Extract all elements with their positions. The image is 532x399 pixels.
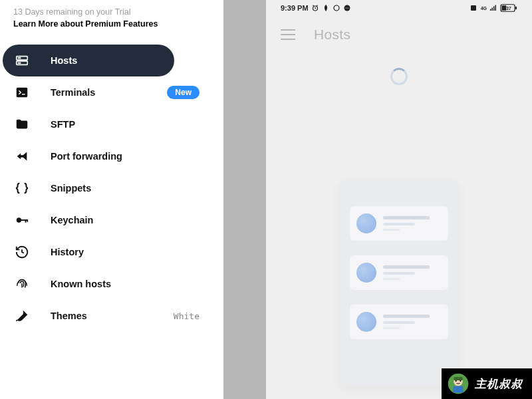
svg-rect-9 <box>25 219 27 223</box>
svg-point-14 <box>345 7 346 8</box>
themes-current-value: White <box>174 311 200 321</box>
sidebar-item-label: Hosts <box>51 55 162 66</box>
svg-point-3 <box>20 58 21 59</box>
menu-icon[interactable] <box>281 29 295 40</box>
panel-divider <box>223 0 266 399</box>
svg-rect-23 <box>515 7 517 10</box>
loading-area <box>266 53 532 100</box>
braces-icon <box>15 181 29 196</box>
sidebar-item-sftp[interactable]: SFTP <box>3 108 174 140</box>
sidebar-item-label: Port forwarding <box>51 151 162 162</box>
svg-rect-20 <box>493 7 495 11</box>
svg-text:37: 37 <box>506 6 511 11</box>
sim-icon <box>470 4 478 12</box>
svg-rect-17 <box>471 5 476 11</box>
battery-icon: 37 <box>500 4 517 12</box>
sidebar-item-keychain[interactable]: Keychain <box>3 204 174 236</box>
svg-rect-10 <box>27 219 28 222</box>
svg-rect-21 <box>495 5 497 11</box>
forward-icon <box>15 149 29 164</box>
hosts-icon <box>15 53 29 68</box>
svg-point-4 <box>19 63 19 63</box>
sidebar-item-label: Themes <box>51 311 174 321</box>
folder-icon <box>15 117 29 132</box>
trial-days-remaining: 13 Days remaining on your Trial <box>13 7 223 19</box>
chat-icon <box>343 4 351 12</box>
svg-point-2 <box>19 58 19 59</box>
sidebar-item-label: Known hosts <box>51 279 162 289</box>
sidebar-item-snippets[interactable]: Snippets <box>3 172 174 204</box>
sidebar-panel: 13 Days remaining on your Trial Learn Mo… <box>0 0 223 399</box>
sidebar-item-label: Terminals <box>51 87 167 98</box>
svg-point-31 <box>460 380 461 382</box>
empty-state-illustration <box>339 180 459 386</box>
status-time: 9:39 PM <box>281 4 309 12</box>
svg-rect-18 <box>490 9 491 11</box>
leaf-icon <box>322 4 330 12</box>
terminal-icon <box>15 85 29 100</box>
sidebar-item-label: SFTP <box>51 119 162 130</box>
trial-banner[interactable]: 13 Days remaining on your Trial Learn Mo… <box>0 0 223 42</box>
alarm-icon <box>311 4 319 12</box>
brush-icon <box>15 309 29 323</box>
svg-point-15 <box>346 7 347 8</box>
svg-point-12 <box>334 5 339 11</box>
watermark-text: 主机叔叔 <box>475 376 523 392</box>
key-icon <box>15 213 29 227</box>
svg-point-30 <box>455 380 456 382</box>
signal-icon <box>489 4 497 12</box>
svg-rect-29 <box>453 386 463 392</box>
fingerprint-icon <box>15 277 29 291</box>
status-bar: 9:39 PM 4G 37 <box>266 0 532 16</box>
new-badge: New <box>167 86 200 99</box>
sidebar-item-label: Snippets <box>51 183 162 194</box>
circle-icon <box>332 4 340 12</box>
svg-rect-28 <box>454 377 463 380</box>
sidebar-item-label: History <box>51 247 162 257</box>
watermark-badge: 主机叔叔 <box>442 368 532 399</box>
app-bar: Hosts <box>266 16 532 53</box>
spinner-icon <box>390 68 408 85</box>
page-title: Hosts <box>314 27 350 43</box>
mascot-icon <box>447 372 469 395</box>
svg-rect-8 <box>21 219 27 221</box>
sidebar-item-terminals[interactable]: Terminals New <box>3 76 211 108</box>
history-icon <box>15 245 29 259</box>
svg-point-7 <box>17 217 21 222</box>
network-label: 4G <box>481 6 487 11</box>
sidebar-item-known-hosts[interactable]: Known hosts <box>3 268 174 300</box>
trial-learn-more: Learn More about Premium Features <box>13 19 223 31</box>
sidebar-item-port-forwarding[interactable]: Port forwarding <box>3 140 174 172</box>
svg-point-16 <box>348 7 348 8</box>
sidebar-item-history[interactable]: History <box>3 236 174 268</box>
svg-rect-19 <box>492 8 493 11</box>
sidebar-item-label: Keychain <box>51 215 162 225</box>
svg-rect-6 <box>17 88 28 98</box>
sidebar-item-themes[interactable]: Themes White <box>3 300 211 332</box>
hosts-screen: 9:39 PM 4G 37 <box>266 0 532 399</box>
sidebar-nav: Hosts Terminals New SFTP Port forwarding <box>0 42 223 332</box>
svg-point-5 <box>20 63 21 63</box>
svg-rect-24 <box>502 5 507 11</box>
sidebar-item-hosts[interactable]: Hosts <box>3 45 174 76</box>
